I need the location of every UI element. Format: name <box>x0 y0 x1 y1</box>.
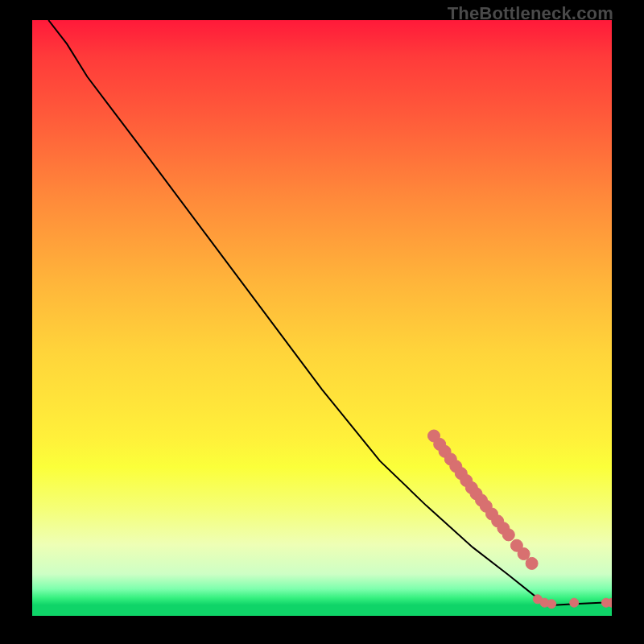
data-point <box>526 557 538 569</box>
data-point <box>502 529 514 541</box>
data-point <box>547 600 556 609</box>
plot-area <box>32 20 612 616</box>
chart-overlay <box>32 20 612 616</box>
data-point <box>518 548 530 560</box>
bottleneck-curve <box>48 20 612 605</box>
near-bottom-points <box>533 595 612 609</box>
chart-frame: TheBottleneck.com <box>0 0 644 644</box>
cluster-points <box>428 430 539 569</box>
data-point <box>570 598 579 607</box>
